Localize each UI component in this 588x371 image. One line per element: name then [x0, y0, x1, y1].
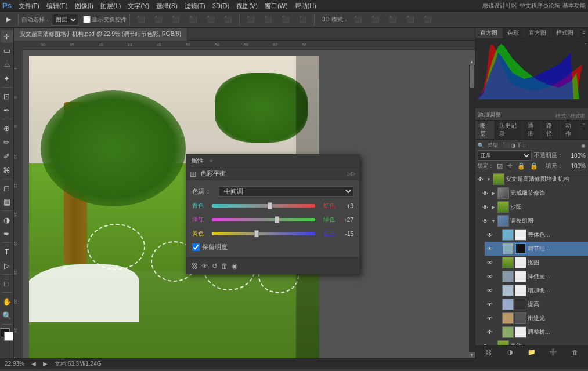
- filter-text-icon[interactable]: T: [517, 142, 521, 148]
- lf-folder-btn[interactable]: 📁: [526, 347, 537, 358]
- layer-item-jietuguan[interactable]: 👁 ▶ 衔途光: [485, 311, 588, 325]
- eye-cutout[interactable]: 👁: [486, 259, 494, 267]
- dist-v-btn[interactable]: ⬛: [260, 14, 276, 25]
- align-left-btn[interactable]: ⬛: [133, 14, 149, 25]
- dlg-eye-icon[interactable]: 👁: [201, 262, 208, 270]
- filter-adj-icon[interactable]: ◑: [511, 142, 516, 148]
- layer-item-shayang[interactable]: 👁 ▶ 沙阳: [480, 200, 588, 214]
- history-tab[interactable]: 历史记录: [495, 121, 523, 139]
- tool-spot-heal[interactable]: ⊕: [1, 122, 13, 134]
- tool-shape[interactable]: □: [1, 277, 13, 290]
- nav-next-btn[interactable]: ▶: [43, 361, 48, 367]
- tool-hand[interactable]: ✋: [1, 295, 13, 308]
- eye-bright[interactable]: 👁: [486, 286, 494, 294]
- layer-item-complete[interactable]: 👁 ▶ 完成细节修饰: [480, 186, 588, 200]
- layers-tab[interactable]: 图层: [475, 121, 495, 139]
- hist-tab-3[interactable]: 直方图: [524, 28, 551, 38]
- dist-3-btn[interactable]: ⬛: [277, 14, 294, 25]
- dialog-expand-btn[interactable]: ▷▷: [347, 170, 356, 177]
- hist-tab-2[interactable]: 色彩: [503, 28, 524, 38]
- dialog-titlebar[interactable]: 属性 ≡: [186, 155, 359, 168]
- eye-main-group[interactable]: 👁: [477, 175, 485, 183]
- menu-view[interactable]: 视图(V): [233, 0, 261, 12]
- tool-gradient[interactable]: ▦: [1, 195, 13, 208]
- expand-complete[interactable]: ▶: [490, 190, 496, 196]
- lock-art-btn[interactable]: 🔒: [517, 162, 525, 170]
- dlg-link-icon[interactable]: ⛓: [191, 262, 198, 270]
- align-top-btn[interactable]: ⬛: [185, 14, 201, 25]
- vscrollbar[interactable]: ▲ ▼: [469, 59, 475, 358]
- menu-select[interactable]: 选择(S): [153, 0, 181, 12]
- align-mid-btn[interactable]: ⬛: [203, 14, 219, 25]
- tool-crop[interactable]: ⊡: [1, 90, 13, 103]
- expand-adjgroup[interactable]: ▼: [490, 218, 496, 224]
- expand-shayang[interactable]: ▶: [490, 204, 496, 210]
- actions-tab[interactable]: 动作: [561, 121, 580, 139]
- layer-item-cutout[interactable]: 👁 ▶ 抠图: [485, 256, 588, 270]
- layer-item-gayin[interactable]: 👁 ▶ 盖印: [480, 339, 588, 345]
- eye-shayang[interactable]: 👁: [481, 203, 489, 211]
- cyan-red-slider[interactable]: [212, 201, 315, 210]
- lock-pos-btn[interactable]: ✛: [507, 162, 513, 170]
- tool-zoom[interactable]: 🔍: [1, 309, 13, 322]
- dist-4-btn[interactable]: ⬛: [295, 14, 311, 25]
- paths-tab[interactable]: 路径: [542, 121, 561, 139]
- lf-delete-btn[interactable]: 🗑: [569, 347, 580, 358]
- eye-overall[interactable]: 👁: [486, 231, 494, 239]
- eye-adjgroup[interactable]: 👁: [481, 217, 489, 225]
- dlg-delete-icon[interactable]: 🗑: [221, 262, 228, 270]
- eye-tree[interactable]: 👁: [486, 328, 494, 336]
- layer-item-overall[interactable]: 👁 ▶ 整体色...: [485, 228, 588, 242]
- tool-text[interactable]: T: [1, 245, 13, 258]
- nav-prev-btn[interactable]: ◀: [31, 361, 36, 367]
- lf-link-btn[interactable]: ⛓: [484, 347, 494, 358]
- filter-pixel-icon[interactable]: ⬛: [503, 142, 510, 148]
- doc-tab-main[interactable]: 安文超高清修图培训机构.psd @ 22.9% (调节细节色彩, RGB/8): [14, 28, 187, 41]
- foreground-color[interactable]: [1, 328, 13, 341]
- layer-item-adjgroup[interactable]: 👁 ▼ 调整组图: [480, 214, 588, 228]
- hist-menu-btn[interactable]: ≡: [580, 28, 588, 38]
- scroll-thumb[interactable]: [470, 65, 474, 88]
- tool-pen[interactable]: ✒: [1, 227, 13, 240]
- menu-text[interactable]: 文字(Y): [124, 0, 153, 12]
- tool-path-select[interactable]: ▷: [1, 259, 13, 272]
- eye-detail[interactable]: 👁: [486, 245, 494, 253]
- menu-3d[interactable]: 3D(D): [209, 0, 233, 12]
- dist-h-btn[interactable]: ⬛: [243, 14, 259, 25]
- show-transform-checkbox[interactable]: [83, 16, 91, 23]
- tool-clone[interactable]: ✐: [1, 150, 13, 162]
- 3d-btn5[interactable]: ⬛: [420, 14, 436, 25]
- 3d-btn2[interactable]: ⬛: [367, 14, 384, 25]
- hist-tab-1[interactable]: 直方图: [475, 28, 503, 38]
- align-right-btn[interactable]: ⬛: [168, 14, 184, 25]
- lf-adj-btn[interactable]: ◑: [505, 347, 515, 358]
- lock-pixel-btn[interactable]: ▨: [497, 162, 503, 170]
- yellow-blue-slider[interactable]: [212, 229, 315, 238]
- layer-item-main-group[interactable]: 👁 ▼ 安文超高清修图培训机构: [475, 172, 588, 186]
- align-center-btn[interactable]: ⬛: [150, 14, 167, 25]
- 3d-btn4[interactable]: ⬛: [402, 14, 419, 25]
- layer-item-enhance[interactable]: 👁 ▶ 提高: [485, 297, 588, 311]
- menu-help[interactable]: 帮助(H): [291, 0, 320, 12]
- tool-move[interactable]: ✛: [1, 30, 13, 43]
- dlg-visibility-icon[interactable]: ◉: [232, 262, 237, 270]
- dlg-reset-icon[interactable]: ↺: [212, 262, 218, 270]
- layers-menu-btn[interactable]: ≡: [580, 121, 588, 139]
- menu-filter[interactable]: 滤镜(T): [181, 0, 209, 12]
- tool-eraser[interactable]: ◻: [1, 181, 13, 194]
- layer-item-lower[interactable]: 👁 ▶ 降低画...: [485, 270, 588, 283]
- tool-magic-wand[interactable]: ✦: [1, 72, 13, 85]
- eye-complete[interactable]: 👁: [481, 189, 489, 197]
- menu-layer[interactable]: 图层(L): [97, 0, 124, 12]
- magenta-green-slider[interactable]: [212, 215, 315, 224]
- menu-edit[interactable]: 编辑(E): [43, 0, 71, 12]
- menu-image[interactable]: 图像(I): [71, 0, 97, 12]
- layer-item-bright[interactable]: 👁 ▶ 增加明...: [485, 283, 588, 297]
- 3d-btn1[interactable]: ⬛: [350, 14, 366, 25]
- eye-lower[interactable]: 👁: [486, 272, 494, 281]
- scroll-up-btn[interactable]: ▲: [469, 59, 475, 65]
- lf-add-btn[interactable]: ➕: [548, 347, 558, 358]
- menu-file[interactable]: 文件(F): [15, 0, 43, 12]
- align-bottom-btn[interactable]: ⬛: [220, 14, 236, 25]
- tool-brush[interactable]: ✏: [1, 136, 13, 148]
